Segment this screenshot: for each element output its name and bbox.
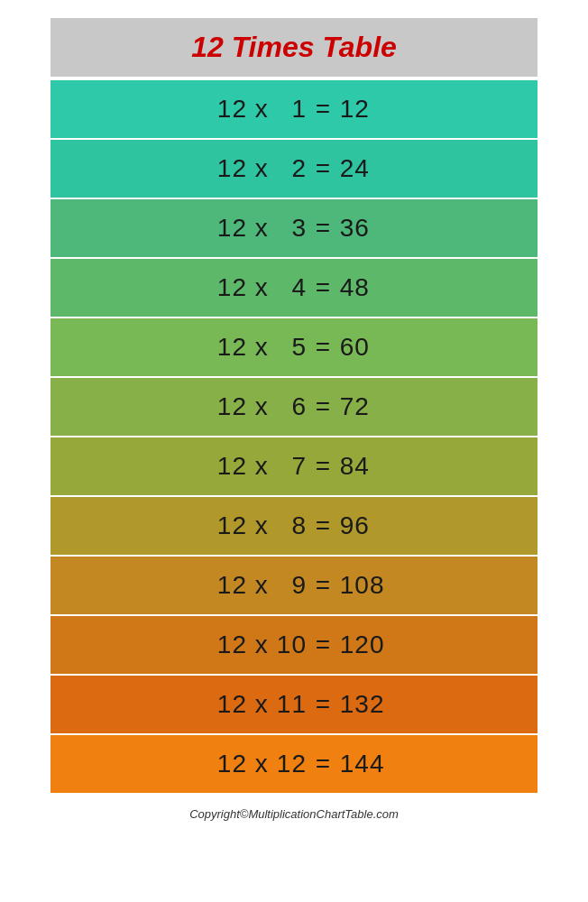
base-number: 12 [211,95,247,124]
copyright-text: Copyright©MultiplicationChartTable.com [51,807,537,821]
table-row: 12 x 10 = 120 [51,616,537,674]
page-title: 12 Times Table [191,31,397,63]
equals-operator: = [307,750,332,778]
result-number: 108 [332,571,377,600]
equation-3: 12 x 3 = 36 [195,214,393,243]
multiplier-number: 8 [274,511,307,540]
multiplier-number: 9 [274,571,307,600]
equation-8: 12 x 8 = 96 [195,511,393,540]
equation-12: 12 x 12 = 144 [195,750,393,778]
result-number: 120 [332,630,377,659]
table-row: 12 x 9 = 108 [51,557,537,614]
multiply-operator: x [247,452,274,481]
equals-operator: = [307,154,332,183]
multiply-operator: x [247,333,274,362]
result-number: 72 [332,392,377,421]
equation-1: 12 x 1 = 12 [195,95,393,124]
base-number: 12 [211,690,247,719]
equation-5: 12 x 5 = 60 [195,333,393,362]
multiply-operator: x [247,214,274,243]
base-number: 12 [211,630,247,659]
equals-operator: = [307,95,332,124]
times-table-container: 12 x 1 = 12 12 x 2 = 24 12 x 3 = 36 [51,80,537,793]
multiplier-number: 2 [274,154,307,183]
multiply-operator: x [247,392,274,421]
result-number: 24 [332,154,377,183]
title-bar: 12 Times Table [51,18,537,77]
equation-2: 12 x 2 = 24 [195,154,393,183]
equals-operator: = [307,511,332,540]
multiplier-number: 4 [274,273,307,302]
result-number: 132 [332,690,377,719]
equation-11: 12 x 11 = 132 [195,690,393,719]
multiply-operator: x [247,95,274,124]
multiplier-number: 7 [274,452,307,481]
multiply-operator: x [247,630,274,659]
main-container: 12 Times Table 12 x 1 = 12 12 x 2 = 24 1… [51,18,537,821]
table-row: 12 x 2 = 24 [51,140,537,198]
equals-operator: = [307,571,332,600]
equation-9: 12 x 9 = 108 [195,571,393,600]
equals-operator: = [307,214,332,243]
multiply-operator: x [247,571,274,600]
equals-operator: = [307,452,332,481]
base-number: 12 [211,750,247,778]
multiply-operator: x [247,154,274,183]
equals-operator: = [307,273,332,302]
multiplier-number: 12 [274,750,307,778]
base-number: 12 [211,273,247,302]
multiplier-number: 3 [274,214,307,243]
equation-6: 12 x 6 = 72 [195,392,393,421]
result-number: 96 [332,511,377,540]
table-row: 12 x 12 = 144 [51,735,537,793]
multiply-operator: x [247,511,274,540]
multiplier-number: 11 [274,690,307,719]
base-number: 12 [211,333,247,362]
base-number: 12 [211,154,247,183]
result-number: 36 [332,214,377,243]
base-number: 12 [211,214,247,243]
equals-operator: = [307,630,332,659]
table-row: 12 x 7 = 84 [51,437,537,495]
equation-7: 12 x 7 = 84 [195,452,393,481]
multiply-operator: x [247,750,274,778]
result-number: 60 [332,333,377,362]
base-number: 12 [211,392,247,421]
table-row: 12 x 4 = 48 [51,259,537,317]
base-number: 12 [211,571,247,600]
base-number: 12 [211,511,247,540]
equation-10: 12 x 10 = 120 [195,630,393,659]
base-number: 12 [211,452,247,481]
multiply-operator: x [247,273,274,302]
table-row: 12 x 8 = 96 [51,497,537,555]
result-number: 84 [332,452,377,481]
equals-operator: = [307,690,332,719]
multiplier-number: 1 [274,95,307,124]
multiply-operator: x [247,690,274,719]
table-row: 12 x 3 = 36 [51,199,537,257]
multiplier-number: 6 [274,392,307,421]
result-number: 48 [332,273,377,302]
table-row: 12 x 5 = 60 [51,318,537,376]
equals-operator: = [307,392,332,421]
table-row: 12 x 11 = 132 [51,676,537,733]
table-row: 12 x 6 = 72 [51,378,537,436]
multiplier-number: 10 [274,630,307,659]
multiplier-number: 5 [274,333,307,362]
table-row: 12 x 1 = 12 [51,80,537,138]
equation-4: 12 x 4 = 48 [195,273,393,302]
result-number: 144 [332,750,377,778]
result-number: 12 [332,95,377,124]
equals-operator: = [307,333,332,362]
